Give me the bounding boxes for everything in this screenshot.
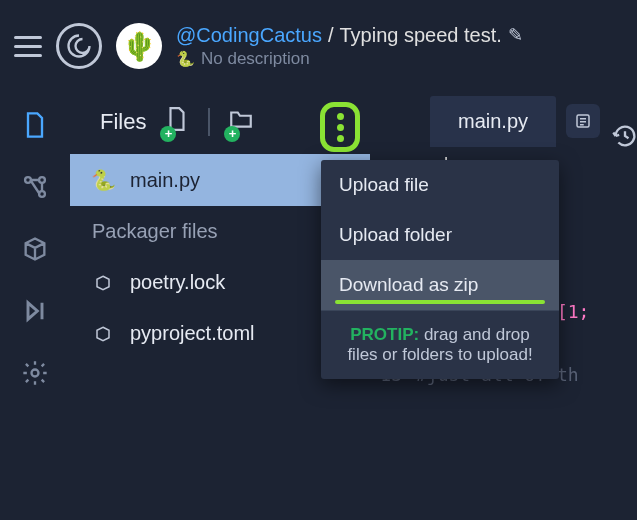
plus-icon: + (224, 126, 240, 142)
topbar: 🌵 @CodingCactus / Typing speed test. ✎ 🐍… (0, 0, 637, 92)
svg-point-1 (39, 177, 45, 183)
sidebar-item-debugger[interactable] (18, 294, 52, 328)
svg-point-3 (32, 370, 39, 377)
plus-icon: + (160, 126, 176, 142)
edit-icon[interactable]: ✎ (508, 24, 523, 46)
sidebar-item-files[interactable] (18, 108, 52, 142)
python-icon: 🐍 (92, 168, 114, 192)
markdown-preview-button[interactable] (566, 104, 600, 138)
cube-icon (92, 325, 114, 343)
divider (208, 108, 210, 136)
protip-label: PROTIP: (350, 325, 419, 344)
files-label: Files (100, 109, 146, 135)
tab-mainpy[interactable]: main.py (430, 96, 556, 147)
project-sep: / (328, 24, 334, 47)
add-folder-button[interactable]: + (228, 106, 254, 138)
sidebar-item-packages[interactable] (18, 232, 52, 266)
file-name: poetry.lock (130, 271, 225, 294)
kebab-menu-button[interactable] (320, 102, 360, 152)
history-button[interactable] (607, 118, 637, 154)
left-sidebar (0, 92, 70, 520)
svg-point-2 (39, 191, 45, 197)
files-dropdown: Upload file Upload folder Download as zi… (321, 160, 559, 379)
python-icon: 🐍 (176, 50, 195, 68)
dropdown-upload-folder[interactable]: Upload folder (321, 210, 559, 260)
tab-row: main.py (370, 92, 637, 150)
dropdown-tip: PROTIP: drag and drop files or folders t… (321, 310, 559, 379)
file-name: pyproject.toml (130, 322, 255, 345)
dropdown-download-zip[interactable]: Download as zip (321, 260, 559, 310)
annotation-underline (335, 300, 545, 304)
avatar[interactable]: 🌵 (116, 23, 162, 69)
hamburger-menu[interactable] (14, 36, 42, 57)
dropdown-item-label: Download as zip (339, 274, 478, 295)
username[interactable]: @CodingCactus (176, 24, 322, 47)
sidebar-item-settings[interactable] (18, 356, 52, 390)
sidebar-item-version-control[interactable] (18, 170, 52, 204)
description: No description (201, 49, 310, 69)
dropdown-upload-file[interactable]: Upload file (321, 160, 559, 210)
file-name: main.py (130, 169, 200, 192)
add-file-button[interactable]: + (164, 106, 190, 138)
cube-icon (92, 274, 114, 292)
svg-point-0 (25, 177, 31, 183)
replit-logo[interactable] (56, 23, 102, 69)
title-block: @CodingCactus / Typing speed test. ✎ 🐍 N… (176, 24, 523, 69)
project-name[interactable]: Typing speed test. (340, 24, 502, 47)
